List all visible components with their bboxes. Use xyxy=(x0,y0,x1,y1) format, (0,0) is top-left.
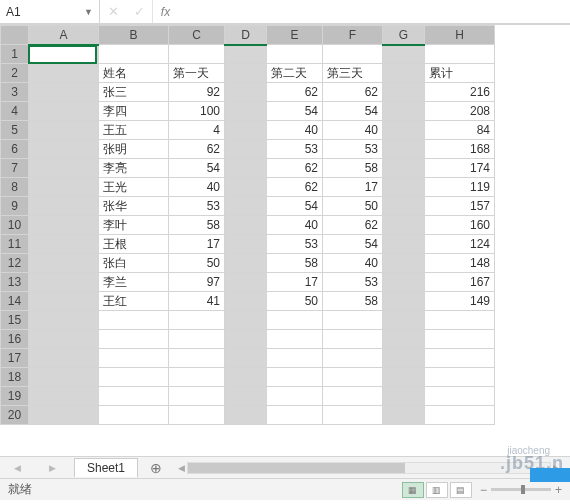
cell-A19[interactable] xyxy=(29,387,99,406)
cell-A20[interactable] xyxy=(29,406,99,425)
cell-E6[interactable]: 53 xyxy=(267,140,323,159)
cell-G3[interactable] xyxy=(383,83,425,102)
cell-F4[interactable]: 54 xyxy=(323,102,383,121)
row-header-18[interactable]: 18 xyxy=(1,368,29,387)
cell-D4[interactable] xyxy=(225,102,267,121)
cell-A12[interactable] xyxy=(29,254,99,273)
cell-G12[interactable] xyxy=(383,254,425,273)
cell-C20[interactable] xyxy=(169,406,225,425)
cell-G14[interactable] xyxy=(383,292,425,311)
cell-F20[interactable] xyxy=(323,406,383,425)
cell-H17[interactable] xyxy=(425,349,495,368)
cell-C2[interactable]: 第一天 xyxy=(169,64,225,83)
cell-F17[interactable] xyxy=(323,349,383,368)
row-header-16[interactable]: 16 xyxy=(1,330,29,349)
cell-G13[interactable] xyxy=(383,273,425,292)
cell-G9[interactable] xyxy=(383,197,425,216)
cell-H10[interactable]: 160 xyxy=(425,216,495,235)
cell-H7[interactable]: 174 xyxy=(425,159,495,178)
row-header-17[interactable]: 17 xyxy=(1,349,29,368)
cell-E7[interactable]: 62 xyxy=(267,159,323,178)
cell-C11[interactable]: 17 xyxy=(169,235,225,254)
cell-F13[interactable]: 53 xyxy=(323,273,383,292)
view-pagebreak-button[interactable]: ▤ xyxy=(450,482,472,498)
row-header-3[interactable]: 3 xyxy=(1,83,29,102)
cell-E15[interactable] xyxy=(267,311,323,330)
cell-B5[interactable]: 王五 xyxy=(99,121,169,140)
col-header-H[interactable]: H xyxy=(425,26,495,45)
tab-nav-next-icon[interactable]: ▶ xyxy=(49,463,56,473)
cell-C5[interactable]: 4 xyxy=(169,121,225,140)
cell-G17[interactable] xyxy=(383,349,425,368)
cell-F9[interactable]: 50 xyxy=(323,197,383,216)
cell-H12[interactable]: 148 xyxy=(425,254,495,273)
hscroll-track[interactable] xyxy=(187,462,551,474)
cell-B1[interactable] xyxy=(99,45,169,64)
cell-B10[interactable]: 李叶 xyxy=(99,216,169,235)
cell-G7[interactable] xyxy=(383,159,425,178)
cell-G11[interactable] xyxy=(383,235,425,254)
cell-E14[interactable]: 50 xyxy=(267,292,323,311)
cell-F7[interactable]: 58 xyxy=(323,159,383,178)
cell-F2[interactable]: 第三天 xyxy=(323,64,383,83)
view-pagelayout-button[interactable]: ▥ xyxy=(426,482,448,498)
row-header-11[interactable]: 11 xyxy=(1,235,29,254)
cell-D2[interactable] xyxy=(225,64,267,83)
cell-C1[interactable] xyxy=(169,45,225,64)
cell-D6[interactable] xyxy=(225,140,267,159)
cell-H4[interactable]: 208 xyxy=(425,102,495,121)
cell-C3[interactable]: 92 xyxy=(169,83,225,102)
cell-B20[interactable] xyxy=(99,406,169,425)
cell-A7[interactable] xyxy=(29,159,99,178)
sheet-tab-active[interactable]: Sheet1 xyxy=(74,458,138,477)
cell-B8[interactable]: 王光 xyxy=(99,178,169,197)
col-header-A[interactable]: A xyxy=(29,26,99,45)
cell-F12[interactable]: 40 xyxy=(323,254,383,273)
cell-C16[interactable] xyxy=(169,330,225,349)
cell-G6[interactable] xyxy=(383,140,425,159)
cell-H5[interactable]: 84 xyxy=(425,121,495,140)
cell-B18[interactable] xyxy=(99,368,169,387)
cell-C17[interactable] xyxy=(169,349,225,368)
row-header-8[interactable]: 8 xyxy=(1,178,29,197)
cell-H9[interactable]: 157 xyxy=(425,197,495,216)
cell-H13[interactable]: 167 xyxy=(425,273,495,292)
name-box-dropdown-icon[interactable]: ▼ xyxy=(84,7,93,17)
cell-B9[interactable]: 张华 xyxy=(99,197,169,216)
cell-E16[interactable] xyxy=(267,330,323,349)
cell-E10[interactable]: 40 xyxy=(267,216,323,235)
cell-G18[interactable] xyxy=(383,368,425,387)
cell-B13[interactable]: 李兰 xyxy=(99,273,169,292)
tab-nav-prev-icon[interactable]: ◀ xyxy=(14,463,21,473)
cell-A2[interactable] xyxy=(29,64,99,83)
row-header-1[interactable]: 1 xyxy=(1,45,29,64)
row-header-4[interactable]: 4 xyxy=(1,102,29,121)
cell-F15[interactable] xyxy=(323,311,383,330)
cell-G2[interactable] xyxy=(383,64,425,83)
cell-F10[interactable]: 62 xyxy=(323,216,383,235)
cell-G1[interactable] xyxy=(383,45,425,64)
cell-D16[interactable] xyxy=(225,330,267,349)
cell-E12[interactable]: 58 xyxy=(267,254,323,273)
cell-D9[interactable] xyxy=(225,197,267,216)
row-header-12[interactable]: 12 xyxy=(1,254,29,273)
cell-A13[interactable] xyxy=(29,273,99,292)
cell-F18[interactable] xyxy=(323,368,383,387)
cell-F5[interactable]: 40 xyxy=(323,121,383,140)
cell-G10[interactable] xyxy=(383,216,425,235)
zoom-track[interactable] xyxy=(491,488,551,491)
cell-F14[interactable]: 58 xyxy=(323,292,383,311)
row-header-5[interactable]: 5 xyxy=(1,121,29,140)
cell-B6[interactable]: 张明 xyxy=(99,140,169,159)
cell-A15[interactable] xyxy=(29,311,99,330)
cell-E18[interactable] xyxy=(267,368,323,387)
zoom-control[interactable]: − + xyxy=(480,483,562,497)
row-header-6[interactable]: 6 xyxy=(1,140,29,159)
add-sheet-button[interactable]: ⊕ xyxy=(144,460,168,476)
cell-H18[interactable] xyxy=(425,368,495,387)
cell-G16[interactable] xyxy=(383,330,425,349)
cell-D18[interactable] xyxy=(225,368,267,387)
zoom-thumb[interactable] xyxy=(521,485,525,494)
cell-F8[interactable]: 17 xyxy=(323,178,383,197)
fx-icon[interactable]: fx xyxy=(152,0,178,23)
